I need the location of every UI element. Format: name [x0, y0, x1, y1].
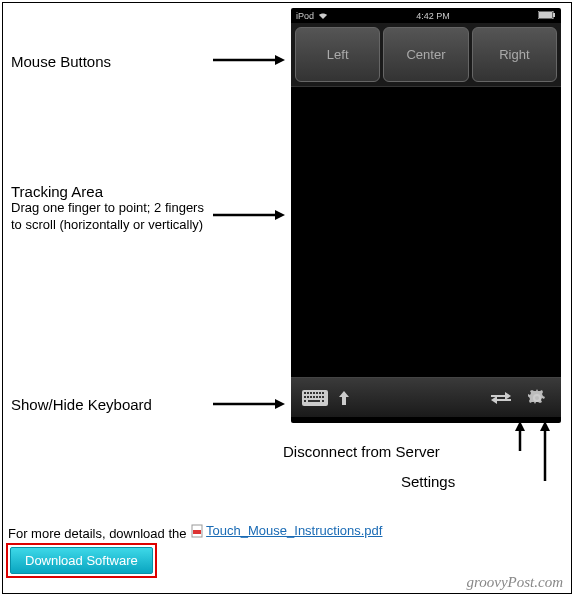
svg-rect-18	[322, 392, 324, 394]
toolbar	[291, 377, 561, 417]
keyboard-icon[interactable]	[301, 387, 329, 409]
footer-text: For more details, download the Touch_Mou…	[8, 523, 382, 541]
arrow-keyboard	[213, 397, 288, 412]
phone-mock: iPod 4:42 PM Left Center Right	[291, 8, 561, 423]
device-label: iPod	[296, 11, 314, 21]
svg-marker-29	[339, 391, 349, 405]
svg-rect-16	[316, 392, 318, 394]
svg-rect-14	[310, 392, 312, 394]
status-bar: iPod 4:42 PM	[291, 8, 561, 23]
download-highlight: Download Software	[6, 543, 157, 578]
svg-rect-24	[319, 396, 321, 398]
svg-rect-13	[307, 392, 309, 394]
left-button[interactable]: Left	[295, 27, 380, 82]
svg-rect-28	[322, 400, 324, 402]
settings-label: Settings	[401, 473, 455, 490]
svg-rect-12	[304, 392, 306, 394]
disconnect-label: Disconnect from Server	[283, 443, 440, 460]
svg-marker-1	[275, 55, 285, 65]
mouse-buttons-label: Mouse Buttons	[11, 53, 111, 70]
svg-rect-20	[307, 396, 309, 398]
svg-marker-5	[275, 399, 285, 409]
svg-marker-3	[275, 210, 285, 220]
tracking-area-label: Tracking Area	[11, 183, 211, 200]
svg-rect-22	[313, 396, 315, 398]
pdf-link[interactable]: Touch_Mouse_Instructions.pdf	[190, 523, 382, 538]
svg-rect-27	[308, 400, 320, 402]
mouse-buttons-row: Left Center Right	[291, 23, 561, 87]
svg-rect-25	[322, 396, 324, 398]
gear-icon[interactable]	[523, 387, 551, 409]
svg-rect-21	[310, 396, 312, 398]
pdf-icon	[190, 524, 204, 538]
svg-rect-19	[304, 396, 306, 398]
clock: 4:42 PM	[416, 11, 450, 21]
svg-rect-23	[316, 396, 318, 398]
tracking-sublabel: Drag one finger to point; 2 fingers to s…	[11, 200, 211, 234]
watermark: groovyPost.com	[466, 574, 563, 591]
svg-rect-26	[304, 400, 306, 402]
svg-rect-9	[553, 13, 555, 17]
download-button[interactable]: Download Software	[10, 547, 153, 574]
svg-rect-10	[539, 12, 552, 18]
disconnect-icon[interactable]	[487, 387, 515, 409]
right-button[interactable]: Right	[472, 27, 557, 82]
arrow-up-icon[interactable]	[337, 387, 351, 409]
center-button[interactable]: Center	[383, 27, 468, 82]
arrow-mouse	[213, 53, 288, 68]
battery-icon	[538, 11, 556, 21]
wifi-icon	[318, 11, 328, 21]
svg-rect-17	[319, 392, 321, 394]
svg-rect-33	[193, 530, 201, 534]
svg-rect-15	[313, 392, 315, 394]
arrow-settings	[528, 418, 558, 483]
arrow-tracking	[213, 208, 288, 223]
trackpad-area[interactable]	[291, 87, 561, 377]
keyboard-label: Show/Hide Keyboard	[11, 396, 152, 413]
